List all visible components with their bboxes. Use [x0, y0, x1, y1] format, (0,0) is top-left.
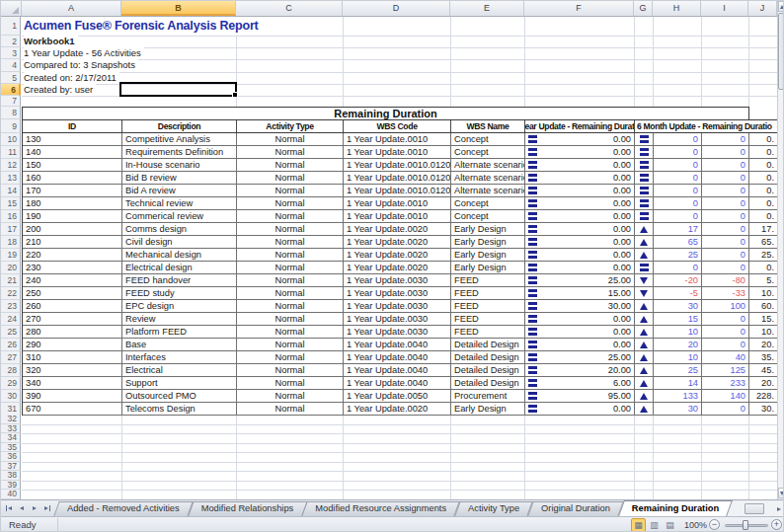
cell-delta-2[interactable]: 0 [702, 403, 749, 415]
page-layout-view-button[interactable]: ▥ [647, 518, 662, 532]
cell-id[interactable]: 270 [23, 313, 122, 325]
cell-trend-icon[interactable] [635, 249, 654, 261]
cell-id[interactable]: 190 [23, 210, 122, 222]
cell-description[interactable]: In-House scenario [122, 159, 237, 171]
cell-delta-1[interactable]: 133 [654, 390, 702, 402]
row-header-3[interactable]: 3 [1, 47, 21, 59]
cell-wbs-code[interactable]: 1 Year Update.0020 [344, 403, 451, 415]
cell-delta-1[interactable]: 14 [654, 377, 702, 389]
report-title-cell[interactable]: Remaining Duration [22, 107, 749, 120]
row-header-6[interactable]: 6 [1, 84, 21, 96]
cell-wbs-code[interactable]: 1 Year Update.0040 [344, 364, 451, 376]
cell-trend-icon[interactable] [635, 210, 654, 222]
vertical-scrollbar[interactable] [777, 1, 784, 499]
cell-trend-icon[interactable] [635, 146, 654, 158]
cell-six-month-value[interactable]: 20. [749, 339, 778, 350]
scroll-right-button[interactable] [773, 502, 784, 515]
cell-activity-type[interactable]: Normal [237, 300, 344, 312]
header-description[interactable]: Description [122, 120, 237, 132]
cell-year-update-value[interactable]: 15.00 [525, 287, 635, 299]
header-wbs-name[interactable]: WBS Name [451, 120, 525, 132]
cell-description[interactable]: Comms design [122, 223, 237, 235]
cell-wbs-name[interactable]: FEED [451, 326, 525, 338]
cell-description[interactable]: Electrical [122, 364, 237, 376]
cell-description[interactable]: Mechanical design [122, 249, 237, 261]
row-header-1[interactable]: 1 [1, 17, 21, 36]
cell-six-month-value[interactable]: 0. [749, 159, 778, 171]
cell-id[interactable]: 240 [23, 274, 122, 286]
cell-activity-type[interactable]: Normal [237, 262, 344, 273]
cell-delta-2[interactable]: 125 [702, 364, 749, 376]
cell-trend-icon[interactable] [635, 300, 654, 312]
cell-delta-2[interactable]: 0 [702, 185, 749, 196]
cell-wbs-name[interactable]: Early Design [451, 249, 525, 261]
cell-six-month-value[interactable]: 5. [749, 274, 778, 286]
row-header-4[interactable]: 4 [1, 59, 21, 71]
cell-activity-type[interactable]: Normal [237, 274, 344, 286]
row-header-14[interactable]: 14 [1, 185, 21, 197]
cell-id[interactable]: 280 [23, 326, 122, 338]
cell-wbs-name[interactable]: Alternate scenario [451, 159, 525, 171]
cell-trend-icon[interactable] [635, 133, 654, 145]
vertical-scroll-thumb[interactable] [778, 13, 784, 90]
cell-activity-type[interactable]: Normal [237, 159, 344, 171]
cell-delta-2[interactable]: 233 [702, 377, 749, 389]
cell-wbs-code[interactable]: 1 Year Update.0020 [344, 262, 451, 273]
cell-id[interactable]: 290 [23, 339, 122, 350]
cell-six-month-value[interactable]: 10. [749, 326, 778, 338]
cell-description[interactable]: Telecoms Design [122, 403, 237, 415]
row-header-29[interactable]: 29 [1, 377, 21, 390]
row-header-27[interactable]: 27 [1, 351, 21, 364]
cell-wbs-name[interactable]: FEED [451, 287, 525, 299]
cell-description[interactable]: Platform FEED [122, 326, 237, 338]
cell-delta-1[interactable]: 0 [654, 133, 702, 145]
cell-description[interactable]: Civil design [122, 236, 237, 248]
cell-wbs-code[interactable]: 1 Year Update.0020 [344, 236, 451, 248]
cell-delta-1[interactable]: 15 [654, 313, 702, 325]
row-header-11[interactable]: 11 [1, 146, 21, 159]
cell-wbs-name[interactable]: Concept [451, 210, 525, 222]
cell-delta-1[interactable]: 0 [654, 172, 702, 184]
zoom-out-button[interactable]: − [709, 519, 720, 530]
cell-year-update-value[interactable]: 0.00 [525, 249, 635, 261]
row-header-12[interactable]: 12 [1, 159, 21, 172]
cell-description[interactable]: Requirements Definition [122, 146, 237, 158]
cell-year-update-value[interactable]: 25.00 [525, 274, 635, 286]
cell-delta-1[interactable]: 0 [654, 159, 702, 171]
cell-year-update-value[interactable]: 0.00 [525, 236, 635, 248]
cell-wbs-name[interactable]: Alternate scenario [451, 185, 525, 196]
cell-delta-2[interactable]: 0 [702, 339, 749, 350]
cell-id[interactable]: 390 [23, 390, 122, 402]
row-header-20[interactable]: 20 [1, 262, 21, 274]
cell-year-update-value[interactable]: 30.00 [525, 300, 635, 312]
header-six-month-update[interactable]: 6 Month Update - Remaining Duratio [635, 120, 778, 132]
cell-description[interactable]: Interfaces [122, 351, 237, 363]
scroll-down-button[interactable] [778, 488, 784, 498]
cell-wbs-code[interactable]: 1 Year Update.0010 [344, 210, 451, 222]
cell-activity-type[interactable]: Normal [237, 313, 344, 325]
cell-year-update-value[interactable]: 0.00 [525, 339, 635, 350]
cell-delta-2[interactable]: 0 [702, 236, 749, 248]
sheet-tab-activity-type[interactable]: Activity Type [457, 501, 530, 516]
column-header-C[interactable]: C [236, 1, 343, 16]
cell-delta-1[interactable]: 17 [654, 223, 702, 235]
cell-delta-2[interactable]: -80 [702, 274, 749, 286]
cell-wbs-name[interactable]: Concept [451, 146, 525, 158]
cell-trend-icon[interactable] [635, 377, 654, 389]
cell-delta-1[interactable]: 0 [654, 197, 702, 209]
cell-wbs-code[interactable]: 1 Year Update.0020 [344, 249, 451, 261]
cell-wbs-code[interactable]: 1 Year Update.0010 [344, 133, 451, 145]
row-header-22[interactable]: 22 [1, 287, 21, 300]
select-all-button[interactable] [1, 1, 22, 16]
cell-id[interactable]: 320 [23, 364, 122, 376]
cell-activity-type[interactable]: Normal [237, 326, 344, 338]
cell-trend-icon[interactable] [635, 172, 654, 184]
sheet-tab-remaining-duration[interactable]: Remaining Duration [621, 500, 730, 516]
cell-wbs-code[interactable]: 1 Year Update.0040 [344, 377, 451, 389]
cell-six-month-value[interactable]: 0. [749, 185, 778, 196]
cell-six-month-value[interactable]: 60. [749, 300, 778, 312]
cell-id[interactable]: 140 [23, 146, 122, 158]
header-wbs-code[interactable]: WBS Code [344, 120, 451, 132]
cell-delta-2[interactable]: 0 [702, 262, 749, 273]
cell-activity-type[interactable]: Normal [237, 210, 344, 222]
